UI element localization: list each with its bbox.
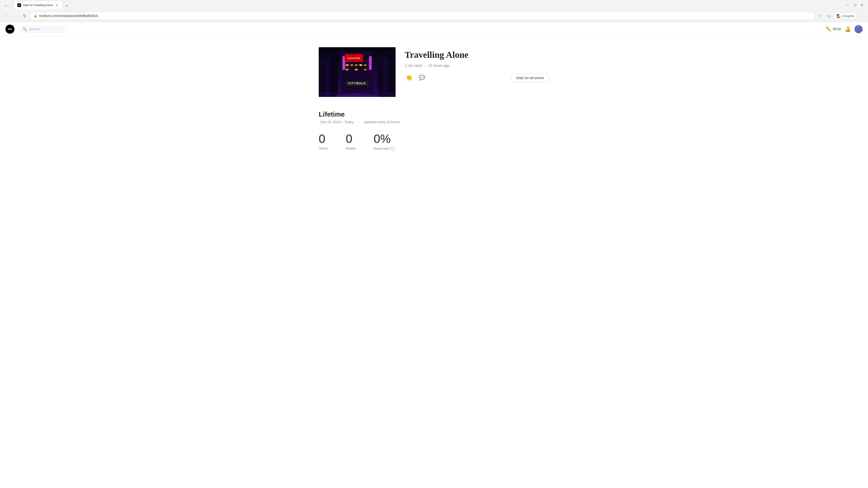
svg-rect-14	[346, 64, 348, 66]
read-ratio-label: Read ratio i	[374, 147, 395, 151]
story-thumbnail: Coca-Cola CITYWALK	[319, 47, 396, 97]
browser-chrome: ⌄ ●● Stats for Travelling Alone ✕ + ─ ▢ …	[0, 0, 868, 22]
stats-all-stories-button[interactable]: Stats for all stories	[511, 73, 549, 82]
update-notice: Updated every 24 hours	[364, 120, 400, 124]
clap-button[interactable]: 👏	[405, 73, 414, 82]
new-tab-button[interactable]: +	[64, 3, 70, 9]
nav-right-controls: ☆ ▭ 🕵 Incognito ⋮	[817, 12, 865, 20]
main-content: Coca-Cola CITYWALK Travelling Alone	[310, 36, 558, 161]
bookmark-button[interactable]: ☆	[817, 12, 825, 20]
views-stat: 0 Views	[319, 133, 328, 151]
notifications-button[interactable]: 🔔	[845, 26, 851, 32]
back-button[interactable]: ←	[3, 12, 10, 20]
tab-title: Stats for Travelling Alone	[23, 4, 53, 7]
views-label: Views	[319, 147, 328, 150]
browser-navbar: ← → ↻ 🔒 medium.com/me/stats/post/450f6a6…	[0, 10, 868, 22]
url-bar[interactable]: 🔒 medium.com/me/stats/post/450f6a6826c0	[30, 12, 815, 20]
story-title: Travelling Alone	[405, 50, 549, 60]
extension-button[interactable]: ▭	[825, 12, 833, 20]
comment-button[interactable]: 💬	[417, 73, 426, 82]
forward-button[interactable]: →	[12, 12, 19, 20]
svg-rect-21	[364, 69, 367, 70]
svg-rect-20	[355, 69, 358, 70]
tab-bar: ●● Stats for Travelling Alone ✕ +	[11, 1, 72, 9]
write-button[interactable]: ✏️ Write	[826, 26, 841, 32]
search-box[interactable]: 🔍 Search	[19, 25, 69, 33]
lifetime-subtitle: Dec 26, 2023 – Today · Updated every 24 …	[319, 120, 549, 124]
logo-m-letter: ●●	[8, 27, 12, 31]
svg-rect-19	[346, 69, 348, 70]
write-icon: ✏️	[826, 26, 831, 32]
reads-count: 0	[346, 133, 355, 144]
subtitle-separator: ·	[358, 120, 359, 124]
write-label: Write	[833, 27, 841, 31]
browser-titlebar: ⌄ ●● Stats for Travelling Alone ✕ + ─ ▢ …	[0, 0, 868, 10]
lock-icon: 🔒	[34, 14, 37, 18]
incognito-label: Incognito	[842, 14, 854, 18]
svg-text:CITYWALK: CITYWALK	[348, 82, 366, 85]
svg-rect-18	[364, 64, 367, 66]
tab-favicon: ●●	[18, 3, 21, 7]
medium-header: ●● 🔍 Search ✏️ Write 🔔	[0, 22, 868, 36]
story-actions: 👏 💬 Stats for all stories	[405, 73, 549, 82]
reads-stat: 0 Reads	[346, 133, 355, 151]
reload-button[interactable]: ↻	[21, 12, 28, 20]
story-time-ago: 23 hours ago	[428, 64, 450, 68]
maximize-button[interactable]: ▢	[852, 2, 858, 8]
incognito-badge[interactable]: 🕵 Incognito	[833, 13, 857, 19]
story-meta: 1 min read · 23 hours ago	[405, 64, 549, 68]
logo-circle: ●●	[5, 25, 14, 34]
avatar[interactable]	[855, 25, 863, 33]
read-ratio-stat: 0% Read ratio i	[374, 133, 395, 151]
tab-close-button[interactable]: ✕	[55, 3, 59, 7]
stats-grid: 0 Views 0 Reads 0% Read ratio i	[319, 133, 549, 151]
story-info: Travelling Alone 1 min read · 23 hours a…	[405, 47, 549, 82]
views-count: 0	[319, 133, 328, 144]
lifetime-title: Lifetime	[319, 110, 549, 118]
header-right: ✏️ Write 🔔	[826, 25, 863, 33]
lifetime-section: Lifetime Dec 26, 2023 – Today · Updated …	[319, 110, 549, 151]
tab-list-button[interactable]: ⌄	[3, 2, 9, 8]
svg-text:Coca-Cola: Coca-Cola	[348, 57, 360, 59]
search-icon: 🔍	[23, 27, 27, 31]
svg-rect-3	[330, 56, 338, 97]
story-read-time: 1 min read	[405, 64, 422, 68]
active-tab[interactable]: ●● Stats for Travelling Alone ✕	[13, 1, 63, 9]
meta-separator: ·	[425, 64, 426, 68]
svg-rect-11	[369, 56, 370, 70]
search-placeholder: Search	[29, 27, 39, 31]
close-window-button[interactable]: ✕	[859, 2, 865, 8]
read-ratio-count: 0%	[374, 133, 395, 144]
date-range: Dec 26, 2023 – Today	[320, 120, 353, 124]
window-controls: ⌄	[3, 2, 9, 8]
thumbnail-image: Coca-Cola CITYWALK	[319, 47, 396, 97]
menu-button[interactable]: ⋮	[858, 12, 865, 20]
url-text: medium.com/me/stats/post/450f6a6826c0	[39, 14, 811, 18]
minimize-button[interactable]: ─	[844, 2, 851, 8]
svg-rect-15	[350, 64, 353, 66]
reads-label: Reads	[346, 147, 355, 150]
incognito-icon: 🕵	[836, 14, 841, 18]
svg-rect-8	[342, 56, 344, 70]
medium-logo[interactable]: ●●	[5, 25, 14, 34]
svg-rect-17	[360, 64, 362, 66]
svg-rect-10	[370, 56, 372, 70]
svg-rect-6	[388, 54, 396, 97]
svg-rect-16	[355, 64, 358, 66]
story-header: Coca-Cola CITYWALK Travelling Alone	[319, 47, 549, 97]
read-ratio-info-icon[interactable]: i	[391, 147, 395, 151]
